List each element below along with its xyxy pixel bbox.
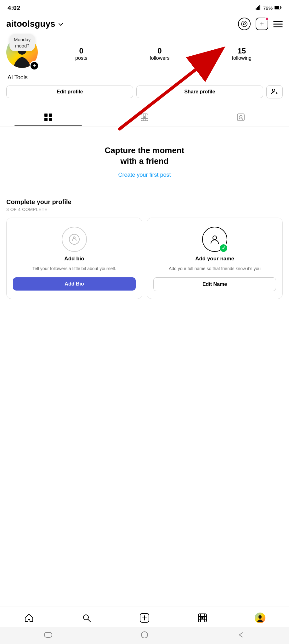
share-profile-button[interactable]: Share profile [136,86,263,98]
svg-point-34 [141,632,148,638]
nav-create[interactable] [135,611,154,625]
svg-rect-15 [49,118,52,121]
svg-point-31 [201,617,203,619]
profile-section: Monday mood? + 0 posts [0,35,289,103]
avatar-container: Monday mood? + [6,36,41,71]
mood-bubble: Monday mood? [9,34,35,51]
svg-rect-1 [257,7,258,10]
dropdown-icon[interactable] [59,21,63,25]
name-icon: ✓ [202,227,227,252]
new-post-button[interactable]: + [256,18,268,30]
nav-reels[interactable] [193,611,212,625]
action-buttons: Edit profile Share profile [6,85,283,98]
svg-line-26 [88,619,90,622]
bio-icon [62,227,87,252]
complete-profile-cards: Add bio Tell your followers a little bit… [6,218,283,299]
svg-point-20 [69,234,79,244]
name-card-description: Add your full name so that friends know … [169,266,261,272]
profile-top: Monday mood? + 0 posts [6,36,283,71]
status-time: 4:02 [8,4,20,12]
recent-apps-button[interactable] [40,630,56,640]
svg-point-9 [272,89,275,92]
nav-profile[interactable] [251,611,269,625]
signal-icon [256,5,261,11]
tab-grid[interactable] [0,108,96,126]
svg-rect-14 [44,118,48,121]
svg-point-33 [258,615,262,619]
profile-name: AI Tools [6,74,283,81]
followers-label: followers [150,55,169,61]
followers-count: 0 [150,47,169,55]
add-bio-button[interactable]: Add Bio [13,277,136,291]
svg-point-21 [73,237,75,239]
back-button[interactable] [233,630,249,640]
battery-percentage: 79% [263,5,273,11]
posts-label: posts [75,55,87,61]
svg-rect-6 [281,7,281,8]
edit-profile-button[interactable]: Edit profile [6,86,133,98]
empty-state: Capture the moment with a friend Create … [0,126,289,191]
notification-dot [265,17,269,21]
empty-state-title: Capture the moment with a friend [6,145,283,167]
header: aitoolsguys + [0,14,289,35]
svg-rect-3 [259,5,260,10]
svg-point-22 [213,236,217,240]
svg-rect-12 [44,114,48,117]
edit-name-button[interactable]: Edit Name [153,277,276,291]
tabs-row [0,108,289,126]
svg-point-19 [240,115,242,118]
svg-point-17 [144,116,145,118]
posts-stat[interactable]: 0 posts [75,47,87,61]
stats-row: 0 posts 0 followers 15 following [41,47,283,61]
following-stat[interactable]: 15 following [232,47,252,61]
name-icon-wrapper: ✓ [202,227,227,252]
svg-rect-13 [49,114,52,117]
nav-avatar [255,613,265,623]
complete-profile-section: Complete your profile 3 OF 4 COMPLETE Ad… [0,191,289,306]
complete-profile-subtitle: 3 OF 4 COMPLETE [6,207,283,212]
threads-button[interactable] [238,18,251,30]
following-count: 15 [232,47,252,55]
create-first-post-link[interactable]: Create your first post [118,172,171,178]
completed-check-badge: ✓ [219,244,228,253]
header-icons: + [238,18,283,30]
complete-profile-title: Complete your profile [6,198,283,206]
tab-reels[interactable] [96,108,193,126]
followers-stat[interactable]: 0 followers [150,47,169,61]
posts-count: 0 [75,47,87,55]
name-card-title: Add your name [195,256,234,262]
svg-rect-5 [275,6,279,9]
add-friend-button[interactable] [266,85,283,98]
svg-rect-18 [237,114,244,121]
system-nav [0,627,289,644]
nav-search[interactable] [77,611,96,625]
svg-rect-0 [256,8,257,10]
bio-card-description: Tell your followers a little bit about y… [32,266,116,272]
status-bar: 4:02 79% [0,0,289,14]
add-name-card: ✓ Add your name Add your full name so th… [147,218,283,299]
svg-rect-2 [258,6,259,10]
bottom-nav [0,607,289,628]
add-to-story-button[interactable]: + [30,61,39,70]
status-icons: 79% [256,5,281,11]
following-label: following [232,55,252,61]
home-button[interactable] [137,630,152,640]
svg-point-7 [245,23,246,24]
battery-icon [275,5,281,10]
menu-button[interactable] [273,21,283,27]
bio-card-title: Add bio [64,256,84,262]
add-bio-card: Add bio Tell your followers a little bit… [6,218,142,299]
header-username[interactable]: aitoolsguys [6,19,62,29]
nav-home[interactable] [20,611,38,625]
tab-tagged[interactable] [193,108,289,126]
